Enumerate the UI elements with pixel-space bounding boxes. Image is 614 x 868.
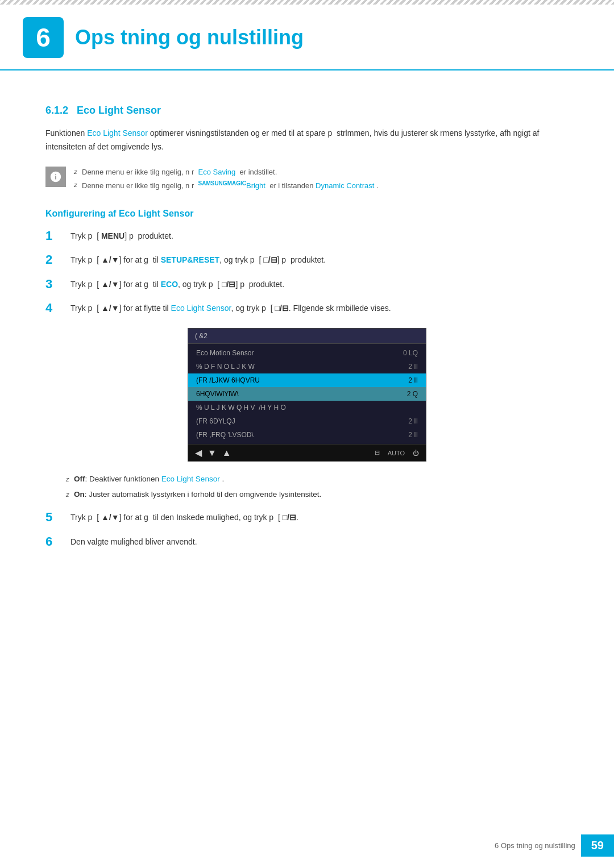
note-item-2: Denne menu er ikke tilg ngelig, n r SAMS… (74, 178, 379, 193)
menu-row-eco-saving: (FR 6DYLQJ 2 II (188, 414, 426, 428)
on-label: On (74, 490, 85, 499)
page-footer: 6 Ops tning og nulstilling 59 (495, 834, 614, 857)
step-4-text: Tryk p [ ▲/▼] for at flytte til Eco Ligh… (70, 300, 569, 314)
menu-row-label-backlight: % D F N O L J K W (196, 363, 408, 371)
chapter-number: 6 (36, 22, 51, 53)
intro-text: Funktionen Eco Light Sensor optimerer vi… (45, 127, 569, 154)
note-box: Denne menu er ikke tilg ngelig, n r Eco … (45, 165, 569, 193)
menu-row-value-eco-icon: 2 II (408, 431, 418, 439)
menu-row-label-sensitivity: 6HQVlWlYlW\ (196, 390, 407, 398)
menu-toolbar: ◀ ▼ ▲ ⊟ AUTO ⏻ (188, 444, 426, 461)
menu-row-value-backlight: 2 II (408, 363, 418, 371)
step-5: 5 Tryk p [ ▲/▼] for at g til den Inskede… (45, 509, 569, 526)
step-5-number: 5 (45, 509, 66, 526)
step-3: 3 Tryk p [ ▲/▼] for at g til ECO, og try… (45, 276, 569, 293)
toolbar-auto-label: AUTO (388, 450, 405, 456)
menu-row-eco-motion: Eco Motion Sensor 0 LQ (188, 346, 426, 360)
toolbar-back-icon: ◀ (195, 447, 202, 458)
section-heading: 6.1.2 Eco Light Sensor (45, 105, 569, 117)
menu-row-value-sensitivity: 2 Q (407, 390, 418, 398)
toolbar-down-icon: ▼ (208, 448, 217, 458)
note-icon (45, 167, 66, 187)
step-1-text: Tryk p [ MENU] p produktet. (70, 228, 569, 242)
step-4: 4 Tryk p [ ▲/▼] for at flytte til Eco Li… (45, 300, 569, 317)
step-2: 2 Tryk p [ ▲/▼] for at g til SETUP&RESET… (45, 252, 569, 268)
sub-list-item-on: On: Juster automatisk lysstyrken i forho… (66, 488, 569, 501)
menu-toolbar-left-icons: ◀ ▼ ▲ (195, 447, 231, 458)
step-4-number: 4 (45, 300, 66, 317)
sub-section-heading: Konfigurering af Eco Light Sensor (45, 209, 569, 219)
step-6-text: Den valgte mulighed bliver anvendt. (70, 534, 569, 548)
menu-row-label-eco-saving: (FR 6DYLQJ (196, 417, 408, 425)
step-6-number: 6 (45, 534, 66, 550)
menu-row-value-light-sensor: 2 II (408, 376, 418, 384)
page-number: 59 (581, 834, 614, 857)
top-decorative-bar (0, 0, 614, 5)
section-id: 6.1.2 (45, 105, 77, 116)
step-5-text: Tryk p [ ▲/▼] for at g til den Inskede m… (70, 509, 569, 524)
menu-row-sensitivity: 6HQVlWlYlW\ 2 Q (188, 387, 426, 401)
menu-title-bar: ( &2 (188, 329, 426, 344)
menu-row-label-light-sensor: (FR /LJKW 6HQVRU (196, 376, 408, 384)
menu-row-value-eco-saving: 2 II (408, 417, 418, 425)
step-4-sub-list: Off: Deaktiver funktionen Eco Light Sens… (66, 473, 569, 501)
menu-row-eco-icon: (FR ,FRQ 'LVSOD\ 2 II (188, 428, 426, 442)
toolbar-up-icon: ▲ (222, 448, 231, 458)
step-1: 1 Tryk p [ MENU] p produktet. (45, 228, 569, 244)
steps-list: 1 Tryk p [ MENU] p produktet. 2 Tryk p [… (45, 228, 569, 317)
section-title: Eco Light Sensor (77, 105, 161, 116)
step-3-text: Tryk p [ ▲/▼] for at g til ECO, og tryk … (70, 276, 569, 290)
menu-row-brightness-level: % U L J K W Q H V /H Y H O (188, 401, 426, 414)
menu-row-value-eco-motion: 0 LQ (403, 349, 418, 357)
chapter-title: Ops tning og nulstilling (75, 26, 304, 49)
menu-row-label-brightness-level: % U L J K W Q H V /H Y H O (196, 404, 418, 412)
menu-toolbar-right-icons: ⊟ AUTO ⏻ (375, 449, 419, 456)
toolbar-enter-icon: ⊟ (375, 449, 380, 456)
highlight-eco-light-sensor: Eco Light Sensor (85, 128, 148, 138)
main-content: 6.1.2 Eco Light Sensor Funktionen Eco Li… (0, 105, 614, 607)
footer-chapter-text: 6 Ops tning og nulstilling (495, 841, 581, 850)
menu-row-label-eco-motion: Eco Motion Sensor (196, 349, 403, 357)
note-content-list: Denne menu er ikke tilg ngelig, n r Eco … (74, 165, 379, 193)
menu-row-light-sensor: (FR /LJKW 6HQVRU 2 II (188, 373, 426, 387)
off-label: Off (74, 475, 85, 483)
chapter-number-box: 6 (23, 17, 64, 58)
menu-row-label-eco-icon: (FR ,FRQ 'LVSOD\ (196, 431, 408, 439)
note-item-1: Denne menu er ikke tilg ngelig, n r Eco … (74, 165, 379, 178)
menu-title-text: ( &2 (195, 332, 208, 340)
step-3-number: 3 (45, 276, 66, 293)
chapter-header: 6 Ops tning og nulstilling (0, 0, 614, 70)
step-6: 6 Den valgte mulighed bliver anvendt. (45, 534, 569, 550)
menu-screenshot: ( &2 Eco Motion Sensor 0 LQ % D F N O L … (188, 328, 426, 462)
toolbar-power-icon: ⏻ (413, 450, 419, 456)
step-1-number: 1 (45, 228, 66, 244)
sub-list-item-off: Off: Deaktiver funktionen Eco Light Sens… (66, 473, 569, 486)
menu-rows: Eco Motion Sensor 0 LQ % D F N O L J K W… (188, 344, 426, 444)
menu-row-backlight: % D F N O L J K W 2 II (188, 360, 426, 373)
steps-list-2: 5 Tryk p [ ▲/▼] for at g til den Inskede… (45, 509, 569, 550)
step-2-text: Tryk p [ ▲/▼] for at g til SETUP&RESET, … (70, 252, 569, 266)
step-2-number: 2 (45, 252, 66, 268)
